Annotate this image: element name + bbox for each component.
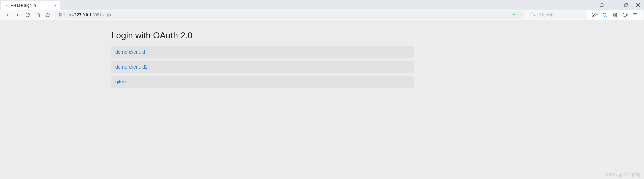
url-text: http://127.0.0.1:8081/login [64,13,111,17]
close-tab-icon[interactable]: × [53,3,58,8]
home-button[interactable] [33,10,42,20]
oauth-provider-link[interactable]: demo-client-id2 [111,61,414,73]
extensions-icon[interactable] [596,0,608,10]
scissors-icon[interactable]: ▾ [590,10,599,20]
reload-button[interactable] [23,10,32,20]
svg-rect-17 [615,15,616,17]
svg-rect-15 [613,13,614,14]
svg-marker-4 [46,13,50,17]
svg-rect-18 [613,15,614,17]
search-input[interactable]: 点此搜索 [529,11,586,19]
find-icon[interactable] [600,10,609,20]
svg-rect-16 [615,13,616,14]
login-container: Login with OAuth 2.0 demo-client-id demo… [111,30,414,88]
svg-point-8 [592,13,594,14]
bolt-icon[interactable] [512,13,516,17]
window-controls [596,0,644,10]
svg-line-12 [594,14,594,15]
search-icon [531,12,535,17]
page-content: Login with OAuth 2.0 demo-client-id demo… [0,20,644,179]
shield-icon [58,13,62,17]
svg-line-11 [595,15,596,16]
new-tab-button[interactable]: + [62,0,72,10]
svg-marker-5 [512,13,515,16]
oauth-provider-link[interactable]: gitee [111,76,414,88]
url-path: :8081/login [91,13,111,17]
menu-icon[interactable] [631,10,639,20]
back-button[interactable] [3,10,12,20]
undo-icon[interactable]: ▾ [621,10,629,20]
svg-line-14 [606,16,607,17]
address-right-controls [512,13,521,17]
maximize-button[interactable] [620,0,632,10]
close-window-button[interactable] [632,0,644,10]
svg-point-6 [532,13,534,15]
forward-button[interactable] [13,10,22,20]
chevron-down-icon[interactable] [518,13,521,17]
oauth-provider-link[interactable]: demo-client-id [111,46,414,58]
tab-favicon: po [4,3,9,8]
tab-title: Please sign in [11,3,51,8]
tab-strip: po Please sign in × + [0,0,644,10]
page-title: Login with OAuth 2.0 [111,30,414,41]
svg-line-7 [534,15,535,16]
svg-point-13 [603,13,606,16]
address-bar[interactable]: http://127.0.0.1:8081/login [55,11,524,19]
watermark: CSDN @太空眼睛 [605,172,641,178]
search-placeholder: 点此搜索 [537,12,553,18]
browser-tab[interactable]: po Please sign in × [1,1,60,10]
minimize-button[interactable] [608,0,620,10]
bookmark-button[interactable] [43,10,52,20]
toolbar-right-icons: ▾ ▾ [588,10,641,20]
svg-rect-1 [624,4,627,6]
url-host: 127.0.0.1 [75,13,91,17]
grid-icon[interactable] [610,10,619,20]
url-protocol: http:// [64,13,75,17]
toolbar: http://127.0.0.1:8081/login 点此搜索 ▾ [0,10,644,20]
svg-point-9 [592,15,594,17]
